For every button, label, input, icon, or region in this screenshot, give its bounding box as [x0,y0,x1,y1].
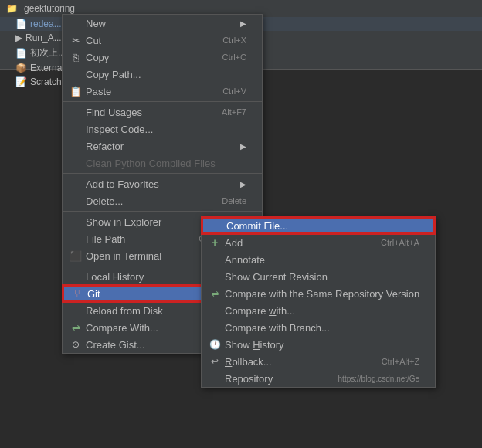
menu-item-find-usages[interactable]: Find Usages Alt+F7 [63,104,262,120]
menu-item-copy[interactable]: ⎘ Copy Ctrl+C [63,49,262,66]
git-submenu-item-repository[interactable]: Repository https://blog.csdn.net/Ge [202,370,435,387]
menu-label-add-favorites: Add to Favorites [86,178,234,190]
menu-label-delete: Delete... [86,195,206,207]
menu-label-file-path: File Path [86,233,183,245]
git-submenu-label-annotate: Annotate [225,254,419,266]
menu-item-refactor[interactable]: Refactor ▶ [63,137,262,154]
compare-icon: ⇌ [69,321,83,334]
compare-with-icon [208,304,222,317]
github-icon: ⊙ [69,338,83,351]
git-submenu-item-show-current-rev[interactable]: Show Current Revision [202,268,435,285]
show-rev-icon [208,270,222,283]
refactor-arrow-icon: ▶ [240,142,246,151]
file-path-icon [69,232,83,246]
delete-shortcut: Delete [222,196,246,205]
git-submenu-item-commit[interactable]: Commit File... [202,217,435,234]
menu-item-inspect-code[interactable]: Inspect Code... [63,120,262,137]
git-submenu-item-compare-branch[interactable]: Compare with Branch... [202,319,435,336]
menu-label-find-usages: Find Usages [86,107,206,118]
menu-label-inspect: Inspect Code... [86,124,246,135]
git-icon: ⑂ [70,287,84,300]
find-usages-shortcut: Alt+F7 [222,107,246,117]
file-tree-item: geektutoring [24,3,75,14]
favorites-icon [69,177,83,191]
run-item: Run_A... [25,32,62,43]
git-submenu-item-rollback[interactable]: ↩ Rollback... Ctrl+Alt+Z [202,353,435,370]
git-submenu-item-annotate[interactable]: Annotate [202,251,435,268]
rollback-icon: ↩ [208,355,222,368]
commit-icon [209,219,223,232]
git-submenu-label-compare-repo: Compare with the Same Repository Version [225,288,419,300]
clean-icon [69,156,83,170]
menu-label-new: New [86,18,234,29]
menu-item-paste[interactable]: 📋 Paste Ctrl+V [63,83,262,100]
git-submenu-item-add[interactable]: + Add Ctrl+Alt+A [202,234,435,251]
reload-icon [69,304,83,317]
cut-shortcut: Ctrl+X [222,36,246,45]
menu-label-paste: Paste [86,86,207,97]
git-submenu-label-show-rev: Show Current Revision [225,271,419,283]
menu-item-new[interactable]: New ▶ [63,15,262,32]
inspect-icon [69,122,83,136]
git-submenu-label-compare-with: Compare with... [225,305,419,317]
git-submenu-label-repository: Repository [225,373,281,385]
new-icon [69,16,83,30]
repo-url: https://blog.csdn.net/Ge [338,375,420,383]
menu-label-clean: Clean Python Compiled Files [86,158,246,169]
git-submenu-item-compare-same-repo[interactable]: ⇌ Compare with the Same Repository Versi… [202,285,435,302]
menu-label-compare-with: Compare With... [86,322,207,334]
git-submenu: Commit File... + Add Ctrl+Alt+A Annotate… [201,216,436,388]
history-icon: 🕐 [208,338,222,351]
git-submenu-label-compare-branch: Compare with Branch... [225,322,419,334]
terminal-icon: ⬛ [69,249,83,263]
separator-3 [63,211,262,212]
menu-label-copy: Copy [86,52,207,63]
compare-branch-icon [208,321,222,334]
menu-label-refactor: Refactor [86,141,234,152]
cut-icon: ✂ [69,33,83,47]
menu-label-copy-path: Copy Path... [86,69,246,80]
menu-item-copy-path[interactable]: Copy Path... [63,66,262,83]
separator-1 [63,101,262,102]
menu-item-delete[interactable]: Delete... Delete [63,192,262,209]
rollback-shortcut: Ctrl+Alt+Z [382,357,420,366]
paste-icon: 📋 [69,84,83,98]
find-usages-icon [69,105,83,119]
git-submenu-label-show-history: Show History [225,339,419,351]
explorer-icon [69,215,83,229]
init-item: 初次上... [30,46,66,59]
copy-path-icon [69,67,83,81]
separator-2 [63,173,262,174]
git-submenu-label-add: Add [225,237,365,249]
compare-underline: Compare with... [225,305,295,317]
favorites-arrow-icon: ▶ [240,180,246,188]
local-history-icon [69,270,83,283]
delete-icon [69,194,83,208]
selected-file: redea... [30,19,62,29]
menu-item-cut[interactable]: ✂ Cut Ctrl+X [63,32,262,49]
compare-repo-icon: ⇌ [208,287,222,300]
refactor-icon [69,139,83,153]
git-submenu-item-compare-with[interactable]: Compare with... [202,302,435,319]
git-submenu-label-commit: Commit File... [226,220,418,232]
repository-icon [208,372,222,385]
copy-icon: ⎘ [69,50,83,64]
menu-item-add-favorites[interactable]: Add to Favorites ▶ [63,175,262,192]
git-submenu-item-show-history[interactable]: 🕐 Show History [202,336,435,353]
new-arrow-icon: ▶ [240,19,246,28]
add-shortcut: Ctrl+Alt+A [381,238,419,247]
menu-label-cut: Cut [86,35,207,46]
copy-shortcut: Ctrl+C [222,53,246,62]
add-icon: + [208,236,222,249]
menu-item-clean-python[interactable]: Clean Python Compiled Files [63,154,262,171]
git-submenu-label-rollback: Rollback... [225,356,366,368]
paste-shortcut: Ctrl+V [222,87,246,96]
annotate-icon [208,253,222,266]
